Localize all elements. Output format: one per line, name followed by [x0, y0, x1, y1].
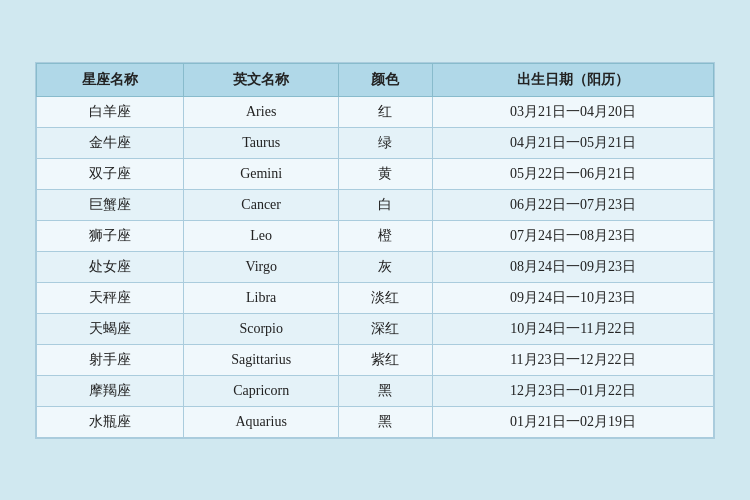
cell-color: 红	[339, 96, 433, 127]
cell-birth-dates: 05月22日一06月21日	[432, 158, 713, 189]
cell-birth-dates: 11月23日一12月22日	[432, 344, 713, 375]
cell-english-name: Scorpio	[184, 313, 339, 344]
table-row: 金牛座Taurus绿04月21日一05月21日	[37, 127, 714, 158]
cell-color: 绿	[339, 127, 433, 158]
table-row: 摩羯座Capricorn黑12月23日一01月22日	[37, 375, 714, 406]
cell-birth-dates: 03月21日一04月20日	[432, 96, 713, 127]
cell-english-name: Virgo	[184, 251, 339, 282]
cell-color: 灰	[339, 251, 433, 282]
cell-chinese-name: 巨蟹座	[37, 189, 184, 220]
cell-english-name: Gemini	[184, 158, 339, 189]
cell-birth-dates: 07月24日一08月23日	[432, 220, 713, 251]
cell-english-name: Capricorn	[184, 375, 339, 406]
cell-color: 深红	[339, 313, 433, 344]
cell-color: 紫红	[339, 344, 433, 375]
table-body: 白羊座Aries红03月21日一04月20日金牛座Taurus绿04月21日一0…	[37, 96, 714, 437]
table-row: 天秤座Libra淡红09月24日一10月23日	[37, 282, 714, 313]
cell-chinese-name: 水瓶座	[37, 406, 184, 437]
cell-chinese-name: 天秤座	[37, 282, 184, 313]
cell-color: 黑	[339, 406, 433, 437]
header-chinese-name: 星座名称	[37, 63, 184, 96]
zodiac-table: 星座名称 英文名称 颜色 出生日期（阳历） 白羊座Aries红03月21日一04…	[36, 63, 714, 438]
cell-birth-dates: 04月21日一05月21日	[432, 127, 713, 158]
cell-chinese-name: 射手座	[37, 344, 184, 375]
table-row: 天蝎座Scorpio深红10月24日一11月22日	[37, 313, 714, 344]
table-row: 射手座Sagittarius紫红11月23日一12月22日	[37, 344, 714, 375]
cell-color: 黄	[339, 158, 433, 189]
cell-color: 橙	[339, 220, 433, 251]
cell-chinese-name: 天蝎座	[37, 313, 184, 344]
table-row: 白羊座Aries红03月21日一04月20日	[37, 96, 714, 127]
cell-chinese-name: 白羊座	[37, 96, 184, 127]
cell-chinese-name: 双子座	[37, 158, 184, 189]
cell-english-name: Leo	[184, 220, 339, 251]
table-row: 巨蟹座Cancer白06月22日一07月23日	[37, 189, 714, 220]
cell-birth-dates: 12月23日一01月22日	[432, 375, 713, 406]
table-row: 水瓶座Aquarius黑01月21日一02月19日	[37, 406, 714, 437]
cell-english-name: Aquarius	[184, 406, 339, 437]
table-row: 处女座Virgo灰08月24日一09月23日	[37, 251, 714, 282]
cell-english-name: Libra	[184, 282, 339, 313]
cell-chinese-name: 处女座	[37, 251, 184, 282]
cell-english-name: Cancer	[184, 189, 339, 220]
table-row: 双子座Gemini黄05月22日一06月21日	[37, 158, 714, 189]
table-row: 狮子座Leo橙07月24日一08月23日	[37, 220, 714, 251]
cell-english-name: Aries	[184, 96, 339, 127]
cell-birth-dates: 08月24日一09月23日	[432, 251, 713, 282]
cell-chinese-name: 金牛座	[37, 127, 184, 158]
zodiac-table-wrapper: 星座名称 英文名称 颜色 出生日期（阳历） 白羊座Aries红03月21日一04…	[35, 62, 715, 439]
cell-birth-dates: 10月24日一11月22日	[432, 313, 713, 344]
header-color: 颜色	[339, 63, 433, 96]
header-birth-date: 出生日期（阳历）	[432, 63, 713, 96]
header-english-name: 英文名称	[184, 63, 339, 96]
cell-color: 淡红	[339, 282, 433, 313]
cell-chinese-name: 狮子座	[37, 220, 184, 251]
cell-english-name: Taurus	[184, 127, 339, 158]
cell-color: 白	[339, 189, 433, 220]
cell-birth-dates: 01月21日一02月19日	[432, 406, 713, 437]
cell-color: 黑	[339, 375, 433, 406]
cell-birth-dates: 09月24日一10月23日	[432, 282, 713, 313]
cell-chinese-name: 摩羯座	[37, 375, 184, 406]
cell-birth-dates: 06月22日一07月23日	[432, 189, 713, 220]
table-header-row: 星座名称 英文名称 颜色 出生日期（阳历）	[37, 63, 714, 96]
cell-english-name: Sagittarius	[184, 344, 339, 375]
